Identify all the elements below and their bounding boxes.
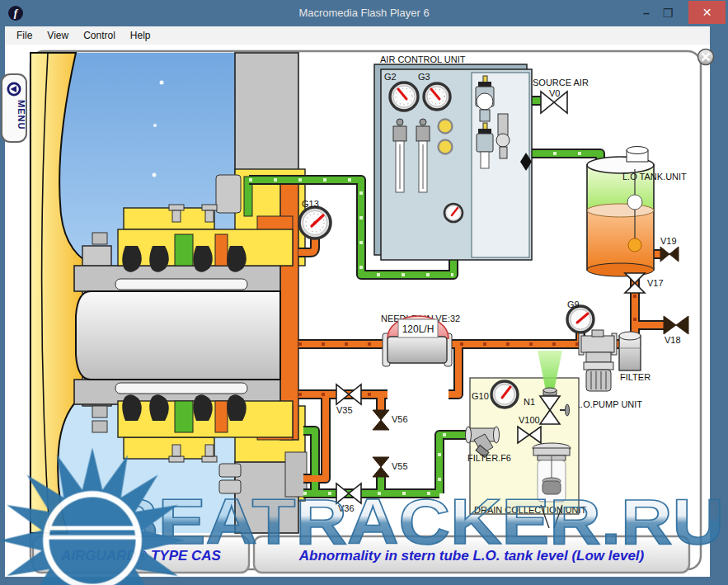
maximize-button[interactable]: ❒ xyxy=(659,3,677,23)
menu-help[interactable]: Help xyxy=(123,30,158,41)
minimize-button[interactable]: – xyxy=(637,3,655,23)
menu-bar: File View Control Help xyxy=(5,26,710,45)
window-title: Macromedia Flash Player 6 xyxy=(298,0,429,26)
close-button[interactable]: ✕ xyxy=(688,1,726,24)
flash-stage xyxy=(5,45,710,577)
menu-file[interactable]: File xyxy=(9,30,40,41)
menu-view[interactable]: View xyxy=(40,30,76,41)
menu-control[interactable]: Control xyxy=(76,30,123,41)
flash-logo-icon: f xyxy=(8,6,23,21)
title-bar: f Macromedia Flash Player 6 – ❒ ✕ xyxy=(0,0,728,26)
flash-player-window: f Macromedia Flash Player 6 – ❒ ✕ File V… xyxy=(0,0,728,585)
